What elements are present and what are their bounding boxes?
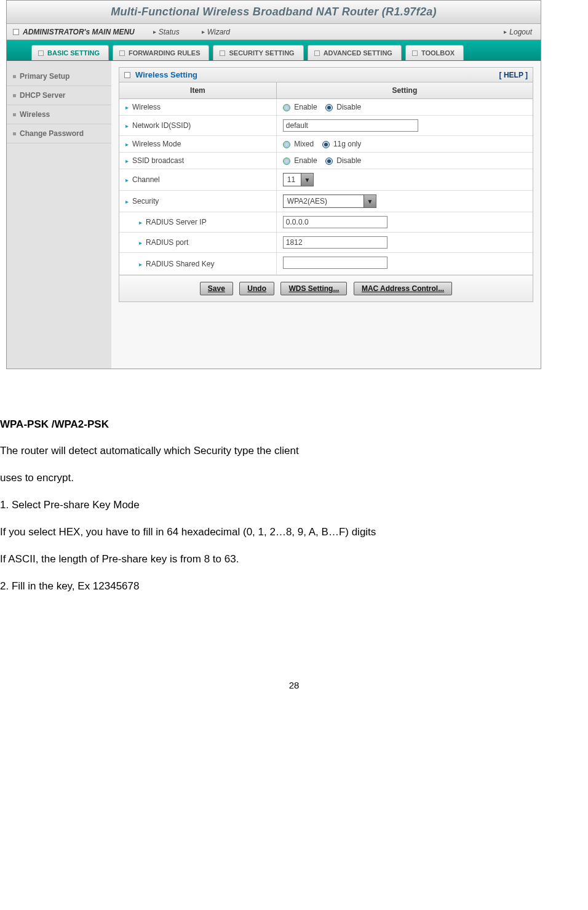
main-panel: Wireless Setting [ HELP ] Item Setting ▸…	[111, 61, 541, 369]
doc-p4: If you select HEX, you have to fill in 6…	[0, 525, 588, 539]
tab-forwarding-rules[interactable]: FORWARDING RULES	[113, 45, 210, 60]
tab-icon	[412, 50, 418, 56]
row-ssid-label: Network ID(SSID)	[132, 121, 191, 130]
radio-11g-only[interactable]	[322, 141, 330, 148]
dropdown-icon: ▼	[301, 174, 313, 186]
tab-icon	[119, 50, 125, 56]
caret-icon: ▸	[125, 177, 129, 183]
row-radius-ip-label: RADIUS Server IP	[146, 218, 207, 226]
document-text: WPA-PSK /WPA2-PSK The router will detect…	[0, 369, 588, 594]
channel-select[interactable]: 11 ▼	[283, 173, 314, 186]
tab-basic-setting[interactable]: BASIC SETTING	[31, 45, 109, 60]
tab-strip: BASIC SETTING FORWARDING RULES SECURITY …	[7, 40, 541, 61]
bullet-icon	[13, 113, 16, 116]
radius-ip-input[interactable]: 0.0.0.0	[283, 216, 387, 228]
doc-p2: uses to encrypt.	[0, 471, 588, 485]
radio-disable[interactable]	[325, 104, 333, 111]
sidebar: Primary Setup DHCP Server Wireless Chang…	[7, 61, 111, 369]
security-select[interactable]: WPA2(AES) ▼	[283, 194, 376, 208]
caret-icon: ▸	[125, 141, 129, 148]
caret-icon: ▸	[125, 122, 129, 129]
save-button[interactable]: Save	[200, 282, 233, 295]
menu-icon	[13, 29, 19, 35]
settings-table: Item Setting ▸Wireless Enable Disable	[119, 82, 533, 275]
ssid-input[interactable]: default	[283, 119, 418, 132]
caret-icon: ▸	[125, 158, 129, 164]
title-bar: Multi-Functional Wireless Broadband NAT …	[7, 1, 541, 24]
admin-main-menu-label: ADMINISTRATOR's MAIN MENU	[23, 28, 135, 36]
caret-icon: ▸	[139, 261, 142, 268]
bullet-icon	[13, 132, 16, 135]
tab-icon	[220, 50, 225, 56]
arrow-icon: ▸	[202, 28, 205, 35]
sidebar-item-primary-setup[interactable]: Primary Setup	[7, 67, 111, 86]
panel-title: Wireless Setting	[135, 70, 197, 79]
radius-port-input[interactable]: 1812	[283, 236, 387, 249]
tab-toolbox[interactable]: TOOLBOX	[405, 45, 464, 60]
doc-p5: If ASCII, the length of Pre-share key is…	[0, 553, 588, 566]
radio-broadcast-disable[interactable]	[325, 158, 333, 165]
menu-wizard[interactable]: Wizard	[207, 28, 230, 36]
sidebar-item-wireless[interactable]: Wireless	[7, 105, 111, 124]
row-security-label: Security	[132, 197, 159, 206]
bullet-icon	[13, 94, 16, 97]
sidebar-item-dhcp-server[interactable]: DHCP Server	[7, 86, 111, 105]
caret-icon: ▸	[139, 219, 142, 226]
wds-setting-button[interactable]: WDS Setting...	[280, 282, 347, 295]
menu-bar: ADMINISTRATOR's MAIN MENU ▸ Status ▸ Wiz…	[7, 24, 541, 40]
arrow-icon: ▸	[504, 28, 507, 35]
doc-p6: 2. Fill in the key, Ex 12345678	[0, 580, 588, 593]
caret-icon: ▸	[125, 198, 129, 205]
panel-icon	[124, 72, 130, 78]
arrow-icon: ▸	[153, 28, 156, 35]
wireless-setting-panel: Wireless Setting [ HELP ] Item Setting ▸…	[119, 67, 533, 302]
radio-enable[interactable]	[283, 104, 290, 111]
row-mode-label: Wireless Mode	[132, 140, 181, 148]
radio-mixed[interactable]	[283, 141, 290, 148]
doc-p1: The router will detect automatically whi…	[0, 444, 588, 458]
sidebar-item-change-password[interactable]: Change Password	[7, 124, 111, 143]
undo-button[interactable]: Undo	[239, 282, 274, 295]
router-title: Multi-Functional Wireless Broadband NAT …	[111, 6, 437, 18]
row-radius-key-label: RADIUS Shared Key	[146, 260, 214, 268]
menu-status[interactable]: Status	[159, 28, 180, 36]
bullet-icon	[13, 75, 16, 78]
tab-security-setting[interactable]: SECURITY SETTING	[213, 45, 303, 60]
row-channel-label: Channel	[132, 175, 160, 184]
page-number: 28	[0, 680, 588, 698]
radio-broadcast-enable[interactable]	[283, 158, 290, 165]
tab-advanced-setting[interactable]: ADVANCED SETTING	[308, 45, 402, 60]
doc-heading: WPA-PSK /WPA2-PSK	[0, 418, 588, 431]
caret-icon: ▸	[125, 104, 129, 111]
button-row: Save Undo WDS Setting... MAC Address Con…	[119, 275, 533, 301]
col-item: Item	[119, 82, 276, 99]
menu-logout[interactable]: Logout	[509, 28, 532, 36]
caret-icon: ▸	[139, 239, 142, 246]
tab-icon	[38, 50, 44, 56]
row-radius-port-label: RADIUS port	[146, 238, 188, 247]
help-link[interactable]: [ HELP ]	[499, 71, 528, 79]
row-wireless-label: Wireless	[132, 103, 161, 111]
mac-address-control-button[interactable]: MAC Address Control...	[354, 282, 452, 295]
row-ssid-broadcast-label: SSID broadcast	[132, 156, 184, 165]
dropdown-icon: ▼	[364, 195, 376, 207]
doc-p3: 1. Select Pre-share Key Mode	[0, 498, 588, 512]
radius-key-input[interactable]	[283, 257, 387, 269]
panel-header: Wireless Setting [ HELP ]	[119, 68, 533, 82]
tab-icon	[314, 50, 320, 56]
col-setting: Setting	[276, 82, 533, 99]
router-screenshot: Multi-Functional Wireless Broadband NAT …	[6, 0, 541, 369]
